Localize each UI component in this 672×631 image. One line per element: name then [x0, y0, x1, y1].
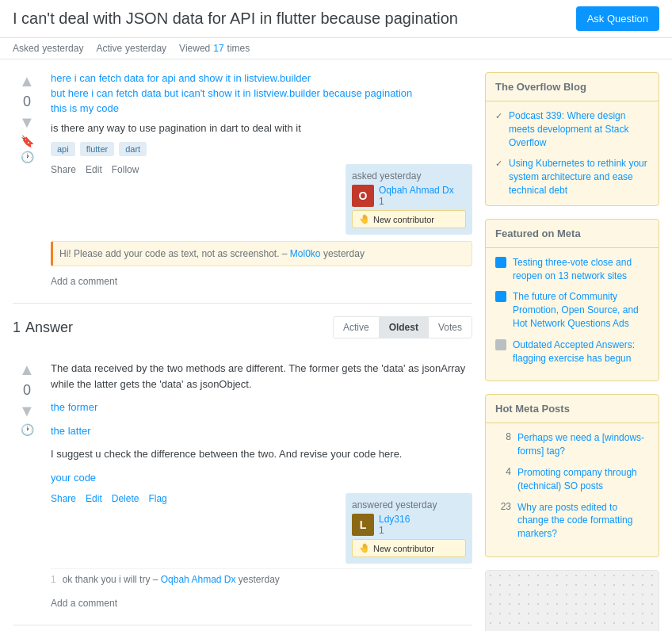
add-comment-link[interactable]: Add a comment [51, 273, 472, 290]
featured-meta-body: Testing three-vote close and reopen on 1… [486, 248, 659, 381]
bookmark-icon[interactable]: 🔖 [21, 135, 34, 147]
answer-count: 1 [13, 319, 21, 336]
question-vote-column: ▲ 0 ▼ 🔖 🕐 [13, 72, 41, 290]
question-links: here i can fetch data for api and show i… [51, 72, 472, 114]
answer-link-code[interactable]: your code [51, 472, 96, 484]
answers-title: Answer [25, 319, 73, 336]
sidebar: The Overflow Blog ✓ Podcast 339: Where d… [485, 72, 659, 631]
answer-user-name[interactable]: Ldy316 [379, 514, 410, 525]
blog-link-1[interactable]: Podcast 339: Where design meets developm… [509, 109, 649, 149]
user-info: O Oqbah Ahmad Dx 1 [352, 185, 466, 207]
featured-item-3: Outdated Accepted Answers: flagging exer… [495, 338, 649, 365]
meta-post-link-1[interactable]: Perhaps we need a [windows-forms] tag? [517, 431, 649, 458]
answer-body: The data received by the two methods are… [51, 361, 472, 612]
featured-link-1[interactable]: Testing three-vote close and reopen on 1… [513, 256, 649, 283]
sort-tab-oldest[interactable]: Oldest [380, 317, 429, 338]
featured-link-3[interactable]: Outdated Accepted Answers: flagging exer… [513, 338, 649, 365]
tag-dart[interactable]: dart [119, 142, 147, 156]
answer-edit-link[interactable]: Edit [86, 493, 102, 504]
question-text: is there any way to use pagination in da… [51, 122, 472, 134]
hot-meta-title: Hot Meta Posts [486, 395, 659, 423]
user-rep: 1 [379, 196, 454, 207]
answer-add-comment-link[interactable]: Add a comment [51, 595, 472, 612]
user-name[interactable]: Oqbah Ahmad Dx [379, 185, 454, 196]
meta-post-3: 23 Why are posts edited to change the co… [495, 501, 649, 541]
ad-area: Report this ad [485, 570, 659, 631]
ask-question-button[interactable]: Ask Question [576, 6, 659, 31]
avatar: O [352, 185, 374, 207]
tag-api[interactable]: api [51, 142, 75, 156]
comment-time: yesterday [323, 248, 365, 259]
answers-header: 1 Answer Active Oldest Votes [13, 316, 472, 338]
meta-post-link-2[interactable]: Promoting company through (technical) SO… [517, 466, 649, 493]
featured-link-2[interactable]: The future of Community Promotion, Open … [513, 290, 649, 330]
comment-separator: – [282, 248, 290, 259]
comment-vote[interactable]: 1 [51, 574, 56, 585]
sort-tab-votes[interactable]: Votes [429, 317, 472, 338]
history-icon[interactable]: 🕐 [21, 151, 34, 163]
viewed-count-link[interactable]: 17 [213, 43, 223, 54]
question-vote-up[interactable]: ▲ [19, 72, 35, 90]
new-contributor-badge: 🤚 New contributor [352, 210, 466, 228]
meta-post-link-3[interactable]: Why are posts edited to change the code … [517, 501, 649, 541]
answer-comment-text: ok thank you i will try – Oqbah Ahmad Dx… [63, 574, 280, 585]
question-actions-row: asked yesterday O Oqbah Ahmad Dx 1 🤚 New… [51, 164, 472, 235]
answer-comment-author[interactable]: Oqbah Ahmad Dx [161, 574, 236, 585]
main-layout: ▲ 0 ▼ 🔖 🕐 here i can fetch data for api … [0, 59, 672, 631]
question-vote-count: 0 [23, 94, 31, 110]
follow-link[interactable]: Follow [112, 164, 139, 175]
question-tags: api flutter dart [51, 142, 472, 156]
answer-new-contributor-badge: 🤚 New contributor [352, 539, 466, 557]
hot-meta-body: 8 Perhaps we need a [windows-forms] tag?… [486, 423, 659, 556]
question-post-actions: Share Edit Follow [51, 164, 346, 175]
featured-icon-2 [495, 291, 506, 302]
sort-tab-active[interactable]: Active [334, 317, 380, 338]
answer-body-text1: The data received by the two methods are… [51, 361, 472, 392]
question-link-3[interactable]: this is my code [51, 102, 472, 114]
answer-history-icon[interactable]: 🕐 [21, 423, 34, 436]
asked-label: asked yesterday [352, 170, 466, 182]
answer-user-info: L Ldy316 1 [352, 514, 466, 536]
top-bar: I can't deal with JSON data for API in f… [0, 0, 672, 38]
edit-link[interactable]: Edit [86, 164, 102, 175]
meta-post-count-3: 23 [495, 501, 511, 512]
question-link-1[interactable]: here i can fetch data for api and show i… [51, 72, 472, 84]
answer-asked-label: answered yesterday [352, 499, 466, 511]
blog-link-2[interactable]: Using Kubernetes to rethink your system … [509, 157, 649, 197]
answer-sort-tabs: Active Oldest Votes [333, 316, 472, 338]
comment-author[interactable]: Mol0ko [290, 248, 321, 259]
asked-meta: Asked yesterday [13, 43, 83, 54]
answer-body-text2: I suggest u check the difference between… [51, 446, 472, 462]
share-link[interactable]: Share [51, 164, 76, 175]
answer-vote-down[interactable]: ▼ [19, 402, 35, 420]
answer-avatar: L [352, 514, 374, 536]
answer-vote-up[interactable]: ▲ [19, 361, 35, 379]
question-user-card: asked yesterday O Oqbah Ahmad Dx 1 🤚 New… [346, 164, 472, 235]
featured-meta-title: Featured on Meta [486, 220, 659, 248]
blog-item-2: ✓ Using Kubernetes to rethink your syste… [495, 157, 649, 197]
answer-flag-link[interactable]: Flag [148, 493, 166, 504]
answers-title-row: 1 Answer [13, 319, 73, 336]
question-vote-down[interactable]: ▼ [19, 113, 35, 132]
answer-vote-column: ▲ 0 ▼ 🕐 [13, 361, 41, 612]
meta-post-1: 8 Perhaps we need a [windows-forms] tag? [495, 431, 649, 458]
answer-delete-link[interactable]: Delete [112, 493, 139, 504]
meta-bar: Asked yesterday Active yesterday Viewed … [0, 38, 672, 59]
answer-user-rep: 1 [379, 525, 410, 536]
answer-share-link[interactable]: Share [51, 493, 76, 504]
answer-section: ▲ 0 ▼ 🕐 The data received by the two met… [13, 348, 472, 625]
featured-item-2: The future of Community Promotion, Open … [495, 290, 649, 330]
comment-text: Hi! Please add your code as text, not as… [59, 248, 280, 259]
answer-hand-wave-icon: 🤚 [359, 543, 370, 553]
question-link-2[interactable]: but here i can fetch data but ican't sho… [51, 87, 472, 99]
overflow-blog-card: The Overflow Blog ✓ Podcast 339: Where d… [485, 72, 659, 206]
answer-post-actions: Share Edit Delete Flag [51, 493, 346, 504]
page-title: I can't deal with JSON data for API in f… [13, 10, 563, 28]
answer-link-latter[interactable]: the latter [51, 425, 91, 437]
answer-link-former[interactable]: the former [51, 401, 97, 413]
question-body: here i can fetch data for api and show i… [51, 72, 472, 290]
answer-comment-item: 1 ok thank you i will try – Oqbah Ahmad … [51, 568, 472, 590]
tag-flutter[interactable]: flutter [80, 142, 115, 156]
blog-item-1: ✓ Podcast 339: Where design meets develo… [495, 109, 649, 149]
active-meta: Active yesterday [96, 43, 166, 54]
